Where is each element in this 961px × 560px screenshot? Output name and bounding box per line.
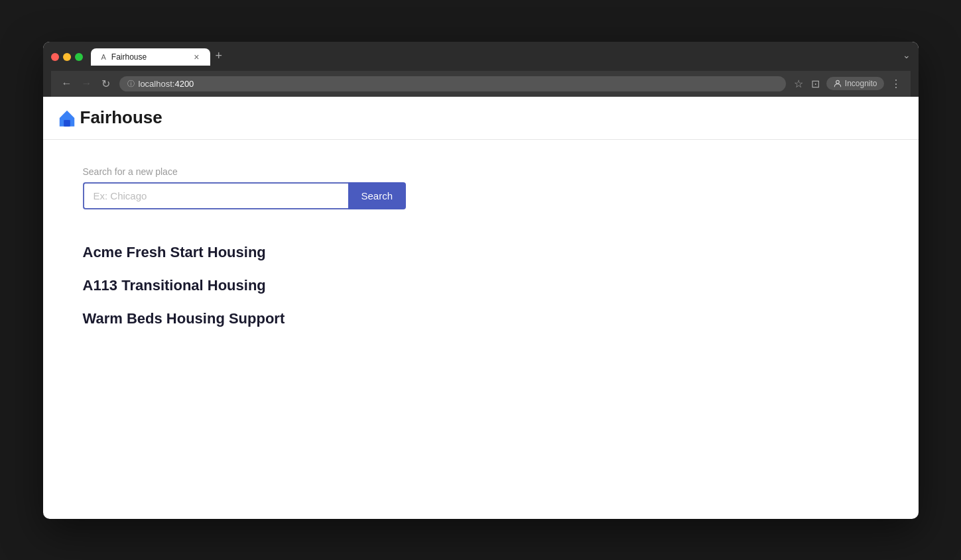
address-text: localhost:4200: [139, 79, 194, 89]
active-tab[interactable]: A Fairhouse ×: [91, 48, 210, 66]
svg-rect-2: [64, 120, 68, 127]
logo: Fairhouse: [56, 107, 162, 129]
nav-buttons: ← → ↻: [59, 76, 113, 91]
forward-button[interactable]: →: [79, 76, 95, 91]
svg-point-0: [836, 80, 839, 84]
logo-text: Fairhouse: [80, 107, 162, 128]
address-info-icon: ⓘ: [127, 79, 135, 89]
new-tab-button[interactable]: +: [210, 50, 228, 66]
maximize-window-button[interactable]: [75, 53, 83, 61]
search-row: Search: [83, 182, 879, 209]
star-icon[interactable]: ☆: [793, 76, 804, 91]
result-title: Acme Fresh Start Housing: [83, 244, 879, 261]
minimize-window-button[interactable]: [63, 53, 71, 61]
result-title: A113 Transitional Housing: [83, 277, 879, 294]
split-icon[interactable]: ⊡: [810, 76, 821, 91]
address-input-wrap[interactable]: ⓘ localhost:4200: [119, 76, 786, 91]
incognito-icon: [833, 79, 842, 88]
browser-window: A Fairhouse × + ⌄ ← → ↻ ⓘ localhost:4200: [43, 42, 919, 519]
close-window-button[interactable]: [51, 53, 59, 61]
tab-chevron-icon: ⌄: [903, 50, 911, 64]
logo-icon: [56, 107, 78, 129]
app-main: Search for a new place Search Acme Fresh…: [43, 140, 919, 362]
incognito-label: Incognito: [845, 79, 877, 88]
incognito-button[interactable]: Incognito: [826, 77, 884, 90]
more-options-icon[interactable]: ⋮: [889, 76, 903, 91]
list-item: A113 Transitional Housing: [83, 269, 879, 302]
search-section: Search for a new place Search: [83, 166, 879, 209]
browser-tabs: A Fairhouse × +: [91, 48, 895, 66]
search-button[interactable]: Search: [348, 182, 407, 209]
search-label: Search for a new place: [83, 166, 879, 177]
search-input[interactable]: [83, 182, 348, 209]
browser-toolbar-right: ☆ ⊡ Incognito ⋮: [793, 76, 903, 91]
tab-title: Fairhouse: [111, 52, 188, 62]
back-button[interactable]: ←: [59, 76, 75, 91]
tab-icon: A: [101, 53, 106, 61]
window-controls: [51, 53, 83, 61]
refresh-button[interactable]: ↻: [99, 76, 113, 91]
list-item: Warm Beds Housing Support: [83, 302, 879, 335]
results-list: Acme Fresh Start Housing A113 Transition…: [83, 236, 879, 335]
tab-close-button[interactable]: ×: [194, 52, 199, 62]
title-bar: A Fairhouse × + ⌄: [51, 48, 911, 66]
result-title: Warm Beds Housing Support: [83, 310, 879, 327]
app-content: Fairhouse Search for a new place Search …: [43, 97, 919, 494]
app-header: Fairhouse: [43, 97, 919, 140]
browser-chrome: A Fairhouse × + ⌄ ← → ↻ ⓘ localhost:4200: [43, 42, 919, 97]
address-bar: ← → ↻ ⓘ localhost:4200 ☆ ⊡ Incognito: [51, 71, 911, 97]
list-item: Acme Fresh Start Housing: [83, 236, 879, 269]
